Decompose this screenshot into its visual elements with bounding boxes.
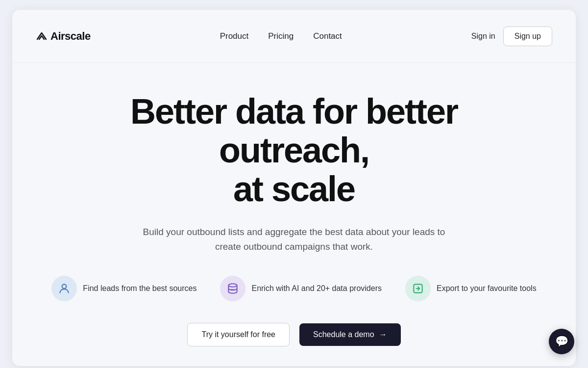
feature-enrich-text: Enrich with AI and 20+ data providers xyxy=(251,284,382,293)
nav-pricing[interactable]: Pricing xyxy=(268,31,294,41)
user-icon xyxy=(58,282,71,295)
cta-row: Try it yourself for free Schedule a demo… xyxy=(187,323,400,346)
chat-icon: 💬 xyxy=(555,335,568,348)
hero-title: Better data for better outreach, at scal… xyxy=(74,92,514,209)
demo-button-label: Schedule a demo xyxy=(313,330,374,339)
signup-button[interactable]: Sign up xyxy=(503,26,552,46)
demo-arrow-icon: → xyxy=(379,330,387,339)
svg-point-0 xyxy=(62,285,67,289)
feature-export-text: Export to your favourite tools xyxy=(437,284,537,293)
feature-export: Export to your favourite tools xyxy=(405,276,537,301)
nav: Product Pricing Contact xyxy=(220,31,342,41)
database-icon xyxy=(226,282,239,295)
hero-section: Better data for better outreach, at scal… xyxy=(12,63,576,366)
chat-bubble[interactable]: 💬 xyxy=(549,329,574,354)
feature-enrich-icon-wrap xyxy=(220,276,245,301)
nav-product[interactable]: Product xyxy=(220,31,249,41)
signin-button[interactable]: Sign in xyxy=(471,32,495,41)
hero-title-line1: Better data for better outreach, xyxy=(130,92,458,170)
logo-text: Airscale xyxy=(50,30,91,43)
auth-buttons: Sign in Sign up xyxy=(471,26,552,46)
feature-enrich: Enrich with AI and 20+ data providers xyxy=(220,276,382,301)
feature-leads: Find leads from the best sources xyxy=(51,276,196,301)
feature-leads-icon-wrap xyxy=(51,276,77,301)
feature-export-icon-wrap xyxy=(405,276,431,301)
export-icon xyxy=(412,282,424,295)
hero-title-line2: at scale xyxy=(233,169,355,209)
demo-button[interactable]: Schedule a demo → xyxy=(299,323,401,346)
nav-contact[interactable]: Contact xyxy=(313,31,342,41)
header: Airscale Product Pricing Contact Sign in… xyxy=(12,10,576,63)
svg-point-1 xyxy=(229,284,237,288)
feature-leads-text: Find leads from the best sources xyxy=(83,284,196,293)
logo-icon xyxy=(36,30,48,42)
logo[interactable]: Airscale xyxy=(36,30,91,43)
features-row: Find leads from the best sources Enrich … xyxy=(51,276,536,301)
try-button[interactable]: Try it yourself for free xyxy=(187,323,290,346)
hero-subtitle: Build your outbound lists and aggregate … xyxy=(137,225,451,255)
